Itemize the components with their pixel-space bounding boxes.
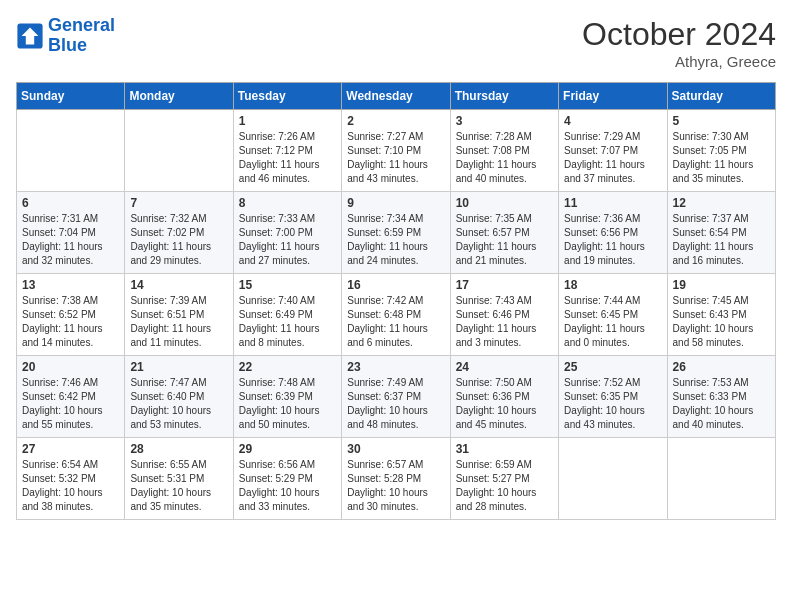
calendar-cell: [559, 438, 667, 520]
calendar-cell: 20Sunrise: 7:46 AM Sunset: 6:42 PM Dayli…: [17, 356, 125, 438]
calendar-cell: [667, 438, 775, 520]
month-title: October 2024: [582, 16, 776, 53]
cell-info: Sunrise: 7:38 AM Sunset: 6:52 PM Dayligh…: [22, 294, 119, 350]
cell-info: Sunrise: 7:28 AM Sunset: 7:08 PM Dayligh…: [456, 130, 553, 186]
cell-info: Sunrise: 7:34 AM Sunset: 6:59 PM Dayligh…: [347, 212, 444, 268]
calendar-cell: 21Sunrise: 7:47 AM Sunset: 6:40 PM Dayli…: [125, 356, 233, 438]
cell-info: Sunrise: 7:36 AM Sunset: 6:56 PM Dayligh…: [564, 212, 661, 268]
day-number: 27: [22, 442, 119, 456]
calendar-cell: 17Sunrise: 7:43 AM Sunset: 6:46 PM Dayli…: [450, 274, 558, 356]
calendar-cell: 25Sunrise: 7:52 AM Sunset: 6:35 PM Dayli…: [559, 356, 667, 438]
calendar-cell: 1Sunrise: 7:26 AM Sunset: 7:12 PM Daylig…: [233, 110, 341, 192]
day-number: 6: [22, 196, 119, 210]
week-row-1: 1Sunrise: 7:26 AM Sunset: 7:12 PM Daylig…: [17, 110, 776, 192]
calendar-cell: 31Sunrise: 6:59 AM Sunset: 5:27 PM Dayli…: [450, 438, 558, 520]
day-number: 14: [130, 278, 227, 292]
weekday-thursday: Thursday: [450, 83, 558, 110]
cell-info: Sunrise: 7:45 AM Sunset: 6:43 PM Dayligh…: [673, 294, 770, 350]
day-number: 9: [347, 196, 444, 210]
calendar-body: 1Sunrise: 7:26 AM Sunset: 7:12 PM Daylig…: [17, 110, 776, 520]
calendar-cell: 27Sunrise: 6:54 AM Sunset: 5:32 PM Dayli…: [17, 438, 125, 520]
week-row-4: 20Sunrise: 7:46 AM Sunset: 6:42 PM Dayli…: [17, 356, 776, 438]
calendar-cell: 5Sunrise: 7:30 AM Sunset: 7:05 PM Daylig…: [667, 110, 775, 192]
cell-info: Sunrise: 7:26 AM Sunset: 7:12 PM Dayligh…: [239, 130, 336, 186]
calendar-cell: 2Sunrise: 7:27 AM Sunset: 7:10 PM Daylig…: [342, 110, 450, 192]
cell-info: Sunrise: 7:43 AM Sunset: 6:46 PM Dayligh…: [456, 294, 553, 350]
location: Athyra, Greece: [582, 53, 776, 70]
title-block: October 2024 Athyra, Greece: [582, 16, 776, 70]
page-header: General Blue October 2024 Athyra, Greece: [16, 16, 776, 70]
calendar-cell: 4Sunrise: 7:29 AM Sunset: 7:07 PM Daylig…: [559, 110, 667, 192]
calendar-cell: 18Sunrise: 7:44 AM Sunset: 6:45 PM Dayli…: [559, 274, 667, 356]
cell-info: Sunrise: 7:46 AM Sunset: 6:42 PM Dayligh…: [22, 376, 119, 432]
day-number: 4: [564, 114, 661, 128]
weekday-friday: Friday: [559, 83, 667, 110]
logo-text: General Blue: [48, 16, 115, 56]
calendar-cell: 3Sunrise: 7:28 AM Sunset: 7:08 PM Daylig…: [450, 110, 558, 192]
cell-info: Sunrise: 7:49 AM Sunset: 6:37 PM Dayligh…: [347, 376, 444, 432]
day-number: 20: [22, 360, 119, 374]
cell-info: Sunrise: 7:40 AM Sunset: 6:49 PM Dayligh…: [239, 294, 336, 350]
calendar-table: SundayMondayTuesdayWednesdayThursdayFrid…: [16, 82, 776, 520]
cell-info: Sunrise: 7:42 AM Sunset: 6:48 PM Dayligh…: [347, 294, 444, 350]
day-number: 26: [673, 360, 770, 374]
day-number: 1: [239, 114, 336, 128]
calendar-cell: 8Sunrise: 7:33 AM Sunset: 7:00 PM Daylig…: [233, 192, 341, 274]
day-number: 23: [347, 360, 444, 374]
day-number: 3: [456, 114, 553, 128]
day-number: 30: [347, 442, 444, 456]
weekday-header-row: SundayMondayTuesdayWednesdayThursdayFrid…: [17, 83, 776, 110]
calendar-cell: 29Sunrise: 6:56 AM Sunset: 5:29 PM Dayli…: [233, 438, 341, 520]
day-number: 16: [347, 278, 444, 292]
calendar-cell: 11Sunrise: 7:36 AM Sunset: 6:56 PM Dayli…: [559, 192, 667, 274]
cell-info: Sunrise: 7:30 AM Sunset: 7:05 PM Dayligh…: [673, 130, 770, 186]
cell-info: Sunrise: 6:59 AM Sunset: 5:27 PM Dayligh…: [456, 458, 553, 514]
cell-info: Sunrise: 7:27 AM Sunset: 7:10 PM Dayligh…: [347, 130, 444, 186]
weekday-wednesday: Wednesday: [342, 83, 450, 110]
calendar-cell: [125, 110, 233, 192]
calendar-cell: 24Sunrise: 7:50 AM Sunset: 6:36 PM Dayli…: [450, 356, 558, 438]
day-number: 11: [564, 196, 661, 210]
calendar-cell: 13Sunrise: 7:38 AM Sunset: 6:52 PM Dayli…: [17, 274, 125, 356]
cell-info: Sunrise: 7:31 AM Sunset: 7:04 PM Dayligh…: [22, 212, 119, 268]
calendar-cell: 26Sunrise: 7:53 AM Sunset: 6:33 PM Dayli…: [667, 356, 775, 438]
day-number: 17: [456, 278, 553, 292]
weekday-tuesday: Tuesday: [233, 83, 341, 110]
day-number: 7: [130, 196, 227, 210]
day-number: 10: [456, 196, 553, 210]
week-row-5: 27Sunrise: 6:54 AM Sunset: 5:32 PM Dayli…: [17, 438, 776, 520]
calendar-cell: 23Sunrise: 7:49 AM Sunset: 6:37 PM Dayli…: [342, 356, 450, 438]
calendar-cell: 10Sunrise: 7:35 AM Sunset: 6:57 PM Dayli…: [450, 192, 558, 274]
cell-info: Sunrise: 7:33 AM Sunset: 7:00 PM Dayligh…: [239, 212, 336, 268]
week-row-3: 13Sunrise: 7:38 AM Sunset: 6:52 PM Dayli…: [17, 274, 776, 356]
day-number: 28: [130, 442, 227, 456]
weekday-saturday: Saturday: [667, 83, 775, 110]
day-number: 24: [456, 360, 553, 374]
calendar-cell: [17, 110, 125, 192]
calendar-cell: 28Sunrise: 6:55 AM Sunset: 5:31 PM Dayli…: [125, 438, 233, 520]
day-number: 2: [347, 114, 444, 128]
cell-info: Sunrise: 6:57 AM Sunset: 5:28 PM Dayligh…: [347, 458, 444, 514]
calendar-cell: 19Sunrise: 7:45 AM Sunset: 6:43 PM Dayli…: [667, 274, 775, 356]
day-number: 29: [239, 442, 336, 456]
day-number: 19: [673, 278, 770, 292]
cell-info: Sunrise: 7:35 AM Sunset: 6:57 PM Dayligh…: [456, 212, 553, 268]
calendar-cell: 15Sunrise: 7:40 AM Sunset: 6:49 PM Dayli…: [233, 274, 341, 356]
day-number: 15: [239, 278, 336, 292]
cell-info: Sunrise: 6:54 AM Sunset: 5:32 PM Dayligh…: [22, 458, 119, 514]
day-number: 8: [239, 196, 336, 210]
cell-info: Sunrise: 7:48 AM Sunset: 6:39 PM Dayligh…: [239, 376, 336, 432]
calendar-cell: 9Sunrise: 7:34 AM Sunset: 6:59 PM Daylig…: [342, 192, 450, 274]
cell-info: Sunrise: 7:39 AM Sunset: 6:51 PM Dayligh…: [130, 294, 227, 350]
logo-icon: [16, 22, 44, 50]
cell-info: Sunrise: 7:52 AM Sunset: 6:35 PM Dayligh…: [564, 376, 661, 432]
cell-info: Sunrise: 7:37 AM Sunset: 6:54 PM Dayligh…: [673, 212, 770, 268]
day-number: 31: [456, 442, 553, 456]
calendar-cell: 7Sunrise: 7:32 AM Sunset: 7:02 PM Daylig…: [125, 192, 233, 274]
day-number: 13: [22, 278, 119, 292]
week-row-2: 6Sunrise: 7:31 AM Sunset: 7:04 PM Daylig…: [17, 192, 776, 274]
day-number: 12: [673, 196, 770, 210]
cell-info: Sunrise: 7:44 AM Sunset: 6:45 PM Dayligh…: [564, 294, 661, 350]
cell-info: Sunrise: 7:50 AM Sunset: 6:36 PM Dayligh…: [456, 376, 553, 432]
cell-info: Sunrise: 6:56 AM Sunset: 5:29 PM Dayligh…: [239, 458, 336, 514]
